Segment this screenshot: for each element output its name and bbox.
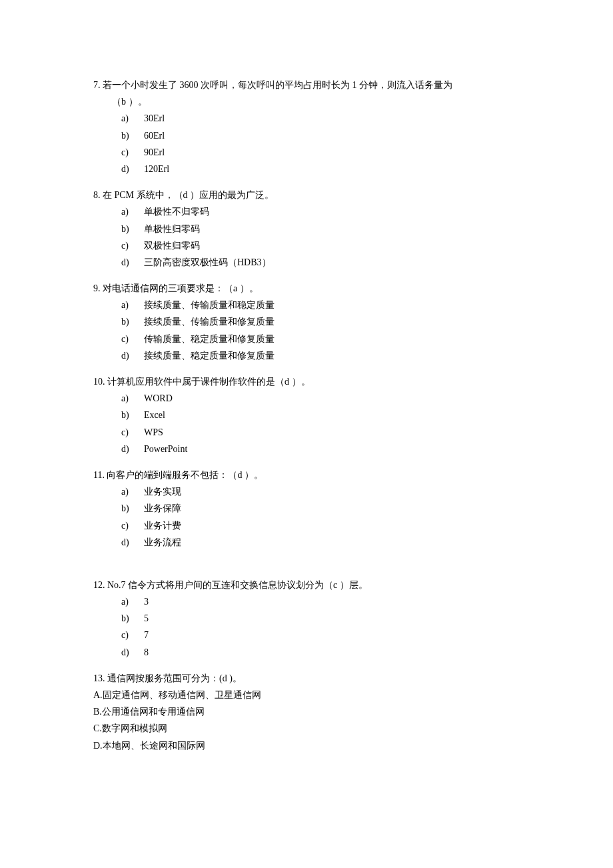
option-c: c)业务计费	[121, 517, 543, 534]
question-number: 12.	[93, 580, 105, 590]
question-stem: 11. 向客户的端到端服务不包括：（d ）。	[93, 467, 543, 483]
question-stem: 7. 若一个小时发生了 3600 次呼叫，每次呼叫的平均占用时长为 1 分钟，则…	[93, 77, 543, 93]
option-b: b)接续质量、传输质量和修复质量	[121, 313, 543, 330]
option-text: 120Erl	[144, 164, 169, 174]
option-letter: c)	[121, 331, 144, 347]
option-text: WPS	[144, 427, 163, 437]
question-number: 13.	[93, 673, 105, 683]
options: a)3 b)5 c)7 d)8	[93, 593, 543, 661]
option-letter: d)	[121, 254, 144, 271]
question-stem: 9. 对电话通信网的三项要求是：（a ）。	[93, 280, 543, 297]
question-number: 11.	[93, 470, 105, 480]
question-stem-cont: （b ）。	[93, 93, 543, 110]
question-number: 7.	[93, 80, 101, 90]
options: a)单极性不归零码 b)单极性归零码 c)双极性归零码 d)三阶高密度双极性码（…	[93, 203, 543, 271]
option-a: a)业务实现	[121, 483, 543, 500]
option-d: d)接续质量、稳定质量和修复质量	[121, 347, 543, 364]
option-text: 3	[144, 597, 149, 607]
option-text: 双极性归零码	[144, 241, 200, 251]
question-text: 在 PCM 系统中，（d ）应用的最为广泛。	[103, 190, 274, 200]
option-c: c)WPS	[121, 424, 543, 441]
question-10: 10. 计算机应用软件中属于课件制作软件的是（d ）。 a)WORD b)Exc…	[93, 373, 543, 457]
option-text: 60Erl	[144, 131, 165, 141]
option-text: 三阶高密度双极性码（HDB3）	[144, 257, 271, 267]
option-letter: d)	[121, 441, 144, 457]
question-12: 12. No.7 信令方式将用户间的互连和交换信息协议划分为（c ）层。 a)3…	[93, 577, 543, 661]
options: a)30Erl b)60Erl c)90Erl d)120Erl	[93, 110, 543, 177]
option-letter: a)	[121, 203, 144, 220]
options: a)WORD b)Excel c)WPS d)PowerPoint	[93, 390, 543, 457]
option-text: 业务实现	[144, 487, 181, 497]
option-text: WORD	[144, 393, 173, 403]
question-text: No.7 信令方式将用户间的互连和交换信息协议划分为（c ）层。	[107, 580, 368, 590]
option-c: C.数字网和模拟网	[93, 720, 543, 737]
option-letter: d)	[121, 161, 144, 177]
option-text: 接续质量、稳定质量和修复质量	[144, 351, 275, 361]
option-text: 单极性不归零码	[144, 207, 209, 217]
option-a: a)接续质量、传输质量和稳定质量	[121, 297, 543, 313]
option-d: d)PowerPoint	[121, 441, 543, 457]
options: a)接续质量、传输质量和稳定质量 b)接续质量、传输质量和修复质量 c)传输质量…	[93, 297, 543, 364]
option-letter: b)	[121, 610, 144, 627]
option-d: d)三阶高密度双极性码（HDB3）	[121, 254, 543, 271]
option-b: b)单极性归零码	[121, 221, 543, 237]
option-letter: b)	[121, 127, 144, 144]
option-letter: b)	[121, 500, 144, 517]
option-b: b)业务保障	[121, 500, 543, 517]
question-stem: 13. 通信网按服务范围可分为：(d )。	[93, 670, 543, 687]
option-letter: c)	[121, 627, 144, 643]
option-text: 30Erl	[144, 113, 165, 123]
option-letter: B.	[93, 703, 102, 720]
option-text: 接续质量、传输质量和修复质量	[144, 317, 275, 327]
option-letter: A.	[93, 687, 103, 703]
option-b: b)Excel	[121, 407, 543, 423]
question-stem: 12. No.7 信令方式将用户间的互连和交换信息协议划分为（c ）层。	[93, 577, 543, 593]
option-text: 业务保障	[144, 503, 181, 513]
option-d: d)8	[121, 644, 543, 661]
option-b: b)5	[121, 610, 543, 627]
option-letter: b)	[121, 407, 144, 423]
options: A.固定通信网、移动通信网、卫星通信网 B.公用通信网和专用通信网 C.数字网和…	[93, 687, 543, 754]
option-letter: d)	[121, 644, 144, 661]
option-letter: c)	[121, 237, 144, 254]
option-text: 固定通信网、移动通信网、卫星通信网	[103, 690, 261, 700]
option-a: A.固定通信网、移动通信网、卫星通信网	[93, 687, 543, 703]
question-number: 9.	[93, 283, 101, 293]
option-d: d)120Erl	[121, 161, 543, 177]
option-d: d)业务流程	[121, 534, 543, 551]
question-text: 计算机应用软件中属于课件制作软件的是（d ）。	[107, 377, 310, 387]
option-text: 7	[144, 630, 149, 640]
option-letter: a)	[121, 483, 144, 500]
option-letter: c)	[121, 424, 144, 441]
question-text: 对电话通信网的三项要求是：（a ）。	[103, 283, 259, 293]
option-letter: c)	[121, 517, 144, 534]
option-text: 业务流程	[144, 537, 181, 547]
option-text: 接续质量、传输质量和稳定质量	[144, 300, 275, 310]
question-8: 8. 在 PCM 系统中，（d ）应用的最为广泛。 a)单极性不归零码 b)单极…	[93, 187, 543, 271]
question-text: 通信网按服务范围可分为：(d )。	[107, 673, 242, 683]
options: a)业务实现 b)业务保障 c)业务计费 d)业务流程	[93, 483, 543, 551]
option-d: D.本地网、长途网和国际网	[93, 737, 543, 754]
option-letter: a)	[121, 110, 144, 127]
option-text: 传输质量、稳定质量和修复质量	[144, 334, 275, 344]
option-text: 本地网、长途网和国际网	[103, 741, 205, 751]
question-13: 13. 通信网按服务范围可分为：(d )。 A.固定通信网、移动通信网、卫星通信…	[93, 670, 543, 754]
option-c: c)7	[121, 627, 543, 643]
question-stem: 10. 计算机应用软件中属于课件制作软件的是（d ）。	[93, 373, 543, 390]
option-c: c)90Erl	[121, 144, 543, 161]
option-letter: C.	[93, 720, 102, 737]
option-letter: a)	[121, 390, 144, 407]
question-text: 向客户的端到端服务不包括：（d ）。	[107, 470, 263, 480]
option-letter: a)	[121, 593, 144, 610]
option-b: B.公用通信网和专用通信网	[93, 703, 543, 720]
option-c: c)传输质量、稳定质量和修复质量	[121, 331, 543, 347]
question-11: 11. 向客户的端到端服务不包括：（d ）。 a)业务实现 b)业务保障 c)业…	[93, 467, 543, 551]
option-text: 公用通信网和专用通信网	[102, 707, 205, 717]
question-9: 9. 对电话通信网的三项要求是：（a ）。 a)接续质量、传输质量和稳定质量 b…	[93, 280, 543, 364]
option-text: Excel	[144, 410, 165, 420]
option-letter: a)	[121, 297, 144, 313]
option-letter: d)	[121, 347, 144, 364]
option-a: a)WORD	[121, 390, 543, 407]
option-text: 8	[144, 647, 149, 657]
question-text: 若一个小时发生了 3600 次呼叫，每次呼叫的平均占用时长为 1 分钟，则流入话…	[103, 80, 452, 90]
